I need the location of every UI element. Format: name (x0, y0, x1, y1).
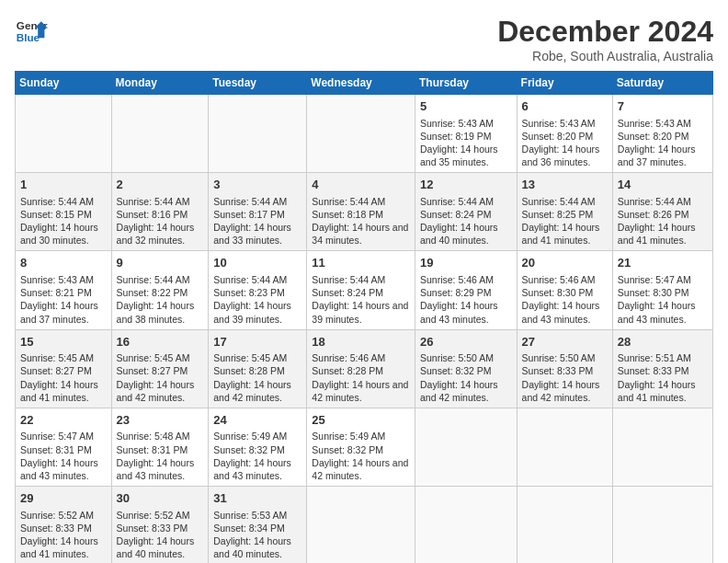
list-item: 11 Sunrise: 5:44 AMSunset: 8:24 PMDaylig… (307, 251, 415, 329)
list-item: 7 Sunrise: 5:43 AMSunset: 8:20 PMDayligh… (612, 95, 712, 173)
logo: General Blue (15, 15, 48, 48)
list-item: 21 Sunrise: 5:47 AMSunset: 8:30 PMDaylig… (612, 251, 712, 329)
table-row: 8 Sunrise: 5:43 AMSunset: 8:21 PMDayligh… (16, 251, 713, 329)
list-item (307, 487, 415, 563)
col-tuesday: Tuesday (209, 72, 307, 95)
list-item: 13 Sunrise: 5:44 AMSunset: 8:25 PMDaylig… (517, 173, 612, 251)
list-item: 4 Sunrise: 5:44 AMSunset: 8:18 PMDayligh… (307, 173, 415, 251)
list-item: 17 Sunrise: 5:45 AMSunset: 8:28 PMDaylig… (209, 329, 307, 408)
col-saturday: Saturday (612, 72, 712, 95)
list-item (209, 95, 307, 173)
list-item: 27 Sunrise: 5:50 AMSunset: 8:33 PMDaylig… (517, 329, 612, 408)
list-item: 3 Sunrise: 5:44 AMSunset: 8:17 PMDayligh… (209, 173, 307, 251)
list-item (612, 487, 712, 563)
list-item: 20 Sunrise: 5:46 AMSunset: 8:30 PMDaylig… (517, 251, 612, 329)
col-wednesday: Wednesday (307, 72, 415, 95)
list-item: 10 Sunrise: 5:44 AMSunset: 8:23 PMDaylig… (209, 251, 307, 329)
list-item: 8 Sunrise: 5:43 AMSunset: 8:21 PMDayligh… (16, 251, 112, 329)
list-item: 23 Sunrise: 5:48 AMSunset: 8:31 PMDaylig… (111, 408, 209, 486)
list-item: 2 Sunrise: 5:44 AMSunset: 8:16 PMDayligh… (111, 173, 209, 251)
list-item (307, 95, 415, 173)
page-header: General Blue December 2024 Robe, South A… (15, 15, 713, 63)
col-sunday: Sunday (16, 72, 112, 95)
table-row: 15 Sunrise: 5:45 AMSunset: 8:27 PMDaylig… (16, 329, 713, 408)
list-item (517, 487, 612, 563)
location-subtitle: Robe, South Australia, Australia (497, 49, 713, 63)
list-item: 14 Sunrise: 5:44 AMSunset: 8:26 PMDaylig… (612, 173, 712, 251)
list-item: 9 Sunrise: 5:44 AMSunset: 8:22 PMDayligh… (111, 251, 209, 329)
list-item: 6 Sunrise: 5:43 AMSunset: 8:20 PMDayligh… (517, 95, 612, 173)
list-item: 16 Sunrise: 5:45 AMSunset: 8:27 PMDaylig… (111, 329, 209, 408)
list-item: 19 Sunrise: 5:46 AMSunset: 8:29 PMDaylig… (415, 251, 517, 329)
list-item (415, 487, 517, 563)
list-item: 1 Sunrise: 5:44 AMSunset: 8:15 PMDayligh… (16, 173, 112, 251)
list-item: 25 Sunrise: 5:49 AMSunset: 8:32 PMDaylig… (307, 408, 415, 486)
table-row: 1 Sunrise: 5:44 AMSunset: 8:15 PMDayligh… (16, 173, 713, 251)
list-item: 18 Sunrise: 5:46 AMSunset: 8:28 PMDaylig… (307, 329, 415, 408)
calendar-table: Sunday Monday Tuesday Wednesday Thursday… (15, 71, 713, 563)
list-item: 5 Sunrise: 5:43 AMSunset: 8:19 PMDayligh… (415, 95, 517, 173)
table-row: 5 Sunrise: 5:43 AMSunset: 8:19 PMDayligh… (16, 95, 713, 173)
table-row: 22 Sunrise: 5:47 AMSunset: 8:31 PMDaylig… (16, 408, 713, 486)
list-item: 31 Sunrise: 5:53 AMSunset: 8:34 PMDaylig… (209, 487, 307, 563)
list-item: 15 Sunrise: 5:45 AMSunset: 8:27 PMDaylig… (16, 329, 112, 408)
list-item (517, 408, 612, 486)
list-item: 22 Sunrise: 5:47 AMSunset: 8:31 PMDaylig… (16, 408, 112, 486)
list-item: 24 Sunrise: 5:49 AMSunset: 8:32 PMDaylig… (209, 408, 307, 486)
logo-icon: General Blue (15, 15, 48, 48)
list-item (612, 408, 712, 486)
list-item (415, 408, 517, 486)
col-monday: Monday (111, 72, 209, 95)
col-thursday: Thursday (415, 72, 517, 95)
list-item: 12 Sunrise: 5:44 AMSunset: 8:24 PMDaylig… (415, 173, 517, 251)
list-item (111, 95, 209, 173)
table-row: 29 Sunrise: 5:52 AMSunset: 8:33 PMDaylig… (16, 487, 713, 563)
list-item: 29 Sunrise: 5:52 AMSunset: 8:33 PMDaylig… (16, 487, 112, 563)
col-friday: Friday (517, 72, 612, 95)
list-item: 28 Sunrise: 5:51 AMSunset: 8:33 PMDaylig… (612, 329, 712, 408)
svg-text:Blue: Blue (17, 31, 40, 43)
title-block: December 2024 Robe, South Australia, Aus… (497, 15, 713, 63)
list-item (16, 95, 112, 173)
list-item: 30 Sunrise: 5:52 AMSunset: 8:33 PMDaylig… (111, 487, 209, 563)
month-title: December 2024 (497, 15, 713, 49)
list-item: 26 Sunrise: 5:50 AMSunset: 8:32 PMDaylig… (415, 329, 517, 408)
